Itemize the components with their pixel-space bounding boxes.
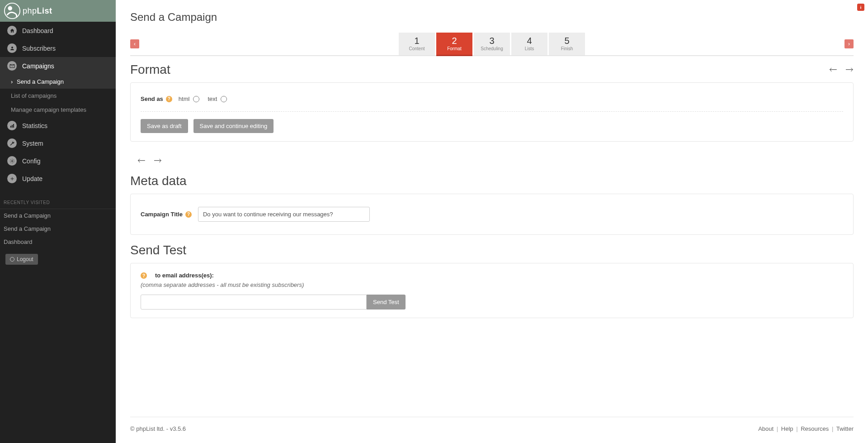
wizard-tab-label: Content	[401, 46, 433, 51]
wizard-tabs: 1 Content 2 Format 3 Scheduling 4 Lists …	[399, 33, 585, 55]
gear-icon	[7, 156, 17, 166]
arrow-left-icon[interactable]: 🡐	[137, 156, 146, 166]
sidebar-item-statistics[interactable]: Statistics	[0, 117, 116, 134]
wizard-tab-content[interactable]: 1 Content	[399, 33, 435, 55]
logo-icon	[4, 2, 21, 19]
chevron-right-icon: ›	[11, 78, 14, 85]
send-test-button[interactable]: Send Test	[367, 295, 406, 310]
subnav-label: Send a Campaign	[17, 78, 64, 85]
svg-rect-1	[860, 7, 861, 9]
test-email-input[interactable]	[141, 295, 367, 310]
meta-title: Meta data	[130, 174, 854, 188]
wizard-tab-format[interactable]: 2 Format	[436, 33, 472, 56]
subnav-label: Manage campaign templates	[11, 106, 86, 113]
help-icon[interactable]: ?	[166, 96, 172, 102]
footer-left: © phpList ltd. - v3.5.6	[130, 425, 186, 432]
wizard-prev-button[interactable]: ‹	[130, 39, 139, 48]
radio-text[interactable]: text	[208, 95, 227, 102]
radio-text-label: text	[208, 95, 217, 102]
sidebar-item-campaigns[interactable]: Campaigns	[0, 57, 116, 75]
wizard-tab-label: Format	[438, 46, 471, 51]
recent-item[interactable]: Send a Campaign	[0, 222, 116, 235]
svg-point-8	[11, 160, 13, 162]
wizard-tab-num: 2	[438, 36, 471, 45]
plus-icon	[7, 174, 17, 183]
radio-html-input[interactable]	[193, 96, 199, 102]
page-title: Send a Campaign	[130, 11, 854, 24]
recent-item[interactable]: Send a Campaign	[0, 209, 116, 222]
divider: |	[796, 425, 797, 432]
footer-twitter-link[interactable]: Twitter	[836, 425, 854, 432]
logout-button[interactable]: Logout	[5, 254, 38, 265]
main-content: Send a Campaign ‹ 1 Content 2 Format 3 S…	[116, 0, 868, 443]
svg-point-2	[5, 3, 20, 19]
home-icon	[7, 26, 17, 35]
campaign-title-input[interactable]	[198, 207, 370, 222]
wizard-tab-finish[interactable]: 5 Finish	[549, 33, 585, 55]
sidebar-item-dashboard[interactable]: Dashboard	[0, 22, 116, 39]
recent-item[interactable]: Dashboard	[0, 235, 116, 248]
send-as-row: Send as ? html text	[141, 91, 843, 107]
radio-html[interactable]: html	[179, 95, 200, 102]
sidebar-item-label: Campaigns	[22, 62, 54, 70]
format-buttons: Save as draft Save and continue editing	[141, 119, 843, 133]
arrow-left-icon[interactable]: 🡐	[829, 65, 837, 75]
campaign-title-label: Campaign Title	[141, 211, 183, 218]
subnav-send-campaign[interactable]: › Send a Campaign	[0, 75, 116, 89]
format-header-row: Format 🡐 🡒	[130, 62, 854, 77]
section-nav-arrows: 🡐 🡒	[829, 65, 854, 75]
recent-header: RECENTLY VISITED	[0, 196, 116, 209]
send-as-label: Send as	[141, 95, 163, 102]
footer-version: - v3.5.6	[165, 425, 186, 432]
help-icon[interactable]: ?	[141, 272, 147, 279]
sidebar-item-update[interactable]: Update	[0, 170, 116, 187]
save-draft-button[interactable]: Save as draft	[141, 119, 188, 133]
svg-rect-7	[13, 124, 14, 128]
footer-resources-link[interactable]: Resources	[801, 425, 829, 432]
wizard-next-button[interactable]: ›	[844, 39, 854, 48]
radio-text-input[interactable]	[221, 96, 227, 102]
arrow-right-icon[interactable]: 🡒	[154, 156, 162, 166]
save-continue-button[interactable]: Save and continue editing	[193, 119, 274, 133]
sidebar-header: phpList	[0, 0, 116, 22]
divider: |	[832, 425, 833, 432]
svg-rect-6	[12, 125, 13, 128]
sidebar-item-label: Dashboard	[22, 27, 53, 34]
divider	[141, 111, 843, 112]
wizard-tab-lists[interactable]: 4 Lists	[511, 33, 547, 55]
sidebar-item-label: System	[22, 140, 43, 147]
test-to-row: ? to email address(es):	[141, 272, 843, 279]
bottom-nav-arrows: 🡐 🡒	[137, 156, 854, 166]
arrow-right-icon[interactable]: 🡒	[845, 65, 854, 75]
sidebar-item-system[interactable]: System	[0, 134, 116, 152]
logo-text: phpList	[23, 6, 52, 16]
meta-panel: Campaign Title ?	[130, 194, 854, 235]
test-note: (comma separate addresses - all must be …	[141, 281, 843, 288]
svg-point-3	[8, 6, 13, 10]
campaign-title-row: Campaign Title ?	[141, 202, 843, 226]
info-badge[interactable]	[857, 4, 864, 11]
envelope-icon	[7, 61, 17, 71]
wizard-tab-num: 3	[476, 36, 508, 45]
help-icon[interactable]: ?	[185, 211, 192, 218]
sidebar-item-subscribers[interactable]: Subscribers	[0, 39, 116, 57]
footer-about-link[interactable]: About	[758, 425, 774, 432]
subnav-label: List of campaigns	[11, 92, 57, 99]
subnav-manage-templates[interactable]: Manage campaign templates	[0, 103, 116, 117]
svg-point-4	[11, 47, 13, 48]
format-title: Format	[130, 62, 170, 77]
footer-copyright-link[interactable]: © phpList ltd.	[130, 425, 165, 432]
footer-help-link[interactable]: Help	[781, 425, 793, 432]
chart-icon	[7, 121, 17, 130]
user-icon	[7, 43, 17, 53]
test-panel: ? to email address(es): (comma separate …	[130, 263, 854, 318]
wizard-tab-label: Finish	[551, 46, 583, 51]
sidebar-item-config[interactable]: Config	[0, 152, 116, 170]
power-icon	[10, 257, 14, 262]
wizard-tab-num: 5	[551, 36, 583, 45]
wizard-tab-scheduling[interactable]: 3 Scheduling	[474, 33, 510, 55]
sidebar-item-label: Config	[22, 157, 40, 165]
subnav-list-campaigns[interactable]: List of campaigns	[0, 89, 116, 103]
logout-label: Logout	[17, 256, 33, 262]
wizard-row: ‹ 1 Content 2 Format 3 Scheduling 4 List…	[130, 33, 854, 56]
